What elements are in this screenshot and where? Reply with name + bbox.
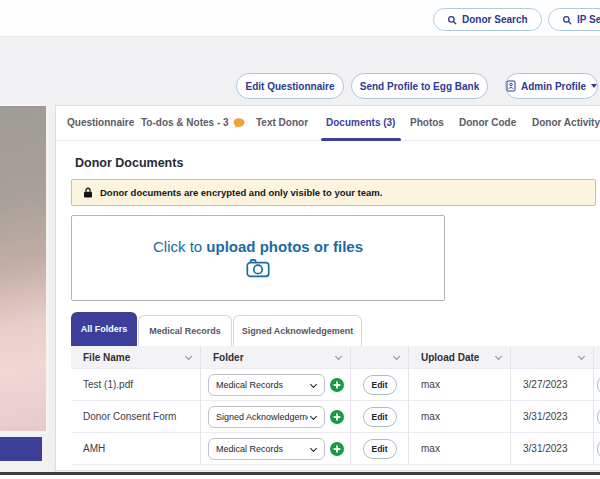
tab-label: Text Donor bbox=[256, 117, 308, 128]
upload-dropzone[interactable]: Click to upload photos or files bbox=[71, 215, 445, 301]
column-header-actions[interactable] bbox=[351, 346, 409, 369]
tab-questionnaire[interactable]: Questionnaire bbox=[67, 117, 134, 128]
folder-cell: Signed Acknowledgement bbox=[201, 401, 351, 433]
edit-button[interactable]: Edit bbox=[363, 439, 397, 459]
more-actions-cell bbox=[594, 433, 600, 465]
ip-search-label: IP Sea bbox=[577, 14, 600, 25]
lock-icon bbox=[83, 187, 93, 198]
window-bottom-strip bbox=[0, 475, 600, 479]
tab-label: To-dos & Notes - 3 bbox=[141, 117, 229, 128]
top-bar: Donor Search IP Sea bbox=[0, 0, 600, 37]
page-title: Donor Documents bbox=[75, 156, 183, 170]
chevron-down-icon bbox=[310, 444, 317, 451]
column-header-upload-date[interactable]: Upload Date bbox=[409, 346, 511, 369]
file-name-cell: AMH bbox=[71, 433, 201, 465]
tab-label: Donor Code bbox=[459, 117, 516, 128]
tab-label: Documents (3) bbox=[326, 117, 395, 128]
folder-select[interactable]: Signed Acknowledgement bbox=[208, 406, 325, 428]
documents-table: File Name Folder Upload Date Test (1).pd… bbox=[71, 346, 600, 465]
folder-cell: Medical Records bbox=[201, 433, 351, 465]
upload-date-cell: 3/31/2023 bbox=[511, 433, 594, 465]
upload-prompt: Click to upload photos or files bbox=[153, 238, 363, 255]
chevron-down-icon bbox=[495, 353, 502, 360]
send-profile-label: Send Profile to Egg Bank bbox=[360, 81, 479, 92]
file-name-cell: Donor Consent Form bbox=[71, 401, 201, 433]
upload-date-cell: 3/31/2023 bbox=[511, 401, 594, 433]
folder-tab-medical-records[interactable]: Medical Records bbox=[138, 315, 232, 346]
tab-text-donor[interactable]: Text Donor bbox=[256, 117, 308, 128]
table-row: Donor Consent Form Signed Acknowledgemen… bbox=[71, 401, 600, 433]
ip-search-button[interactable]: IP Sea bbox=[548, 8, 600, 31]
more-actions-cell bbox=[594, 401, 600, 433]
edit-cell: Edit bbox=[351, 369, 409, 401]
folder-tab-signed-acknowledgement[interactable]: Signed Acknowledgement bbox=[233, 315, 362, 346]
more-actions-cell bbox=[594, 369, 600, 401]
add-folder-button[interactable] bbox=[330, 442, 344, 456]
folder-select[interactable]: Medical Records bbox=[208, 374, 325, 396]
chevron-down-icon bbox=[578, 353, 585, 360]
column-header-folder[interactable]: Folder bbox=[201, 346, 351, 369]
column-header-label: Folder bbox=[213, 352, 244, 363]
chevron-down-icon bbox=[185, 353, 192, 360]
uploaded-by-cell: max bbox=[409, 433, 511, 465]
table-row: Test (1).pdf Medical Records Edit max 3/… bbox=[71, 369, 600, 401]
edit-questionnaire-label: Edit Questionnaire bbox=[246, 81, 335, 92]
column-header-extra[interactable] bbox=[511, 346, 594, 369]
edit-button[interactable]: Edit bbox=[363, 375, 397, 395]
column-header-label: File Name bbox=[83, 352, 130, 363]
search-icon bbox=[447, 15, 457, 25]
file-name-cell: Test (1).pdf bbox=[71, 369, 201, 401]
folder-tab-label: Signed Acknowledgement bbox=[242, 326, 354, 336]
tab-donor-code[interactable]: Donor Code bbox=[459, 117, 516, 128]
chat-bubble-icon bbox=[233, 118, 245, 128]
upload-date-cell: 3/27/2023 bbox=[511, 369, 594, 401]
tab-documents[interactable]: Documents (3) bbox=[326, 117, 395, 128]
edit-questionnaire-button[interactable]: Edit Questionnaire bbox=[236, 73, 344, 99]
folder-tab-label: All Folders bbox=[81, 324, 128, 334]
profile-card-icon bbox=[506, 80, 516, 92]
upload-date: 3/31/2023 bbox=[523, 443, 568, 454]
uploaded-by: max bbox=[421, 379, 440, 390]
uploaded-by-cell: max bbox=[409, 401, 511, 433]
edit-button[interactable]: Edit bbox=[363, 407, 397, 427]
active-tab-underline bbox=[321, 138, 401, 141]
folder-select-value: Medical Records bbox=[216, 444, 283, 454]
donor-detail-card: Questionnaire To-dos & Notes - 3 Text Do… bbox=[55, 105, 600, 471]
encryption-alert-banner: Donor documents are encrypted and only v… bbox=[71, 179, 596, 206]
donor-search-button[interactable]: Donor Search bbox=[433, 8, 542, 31]
edit-cell: Edit bbox=[351, 401, 409, 433]
photo-caption-bar bbox=[0, 437, 42, 461]
send-profile-to-egg-bank-button[interactable]: Send Profile to Egg Bank bbox=[351, 73, 488, 99]
column-header-label: Upload Date bbox=[421, 352, 479, 363]
column-header-more[interactable] bbox=[594, 346, 600, 369]
folder-cell: Medical Records bbox=[201, 369, 351, 401]
tab-donor-activity[interactable]: Donor Activity bbox=[532, 117, 600, 128]
upload-prompt-bold: upload photos or files bbox=[206, 238, 363, 255]
add-folder-button[interactable] bbox=[330, 378, 344, 392]
search-icon bbox=[562, 15, 572, 25]
folder-select-value: Medical Records bbox=[216, 380, 283, 390]
tab-photos[interactable]: Photos bbox=[410, 117, 444, 128]
chevron-down-icon bbox=[310, 412, 317, 419]
admin-profile-button[interactable]: Admin Profile bbox=[505, 73, 598, 99]
uploaded-by-cell: max bbox=[409, 369, 511, 401]
folder-tab-all-folders[interactable]: All Folders bbox=[71, 312, 137, 346]
tab-todos-notes[interactable]: To-dos & Notes - 3 bbox=[141, 117, 245, 128]
donor-photo[interactable] bbox=[0, 103, 49, 434]
upload-date: 3/27/2023 bbox=[523, 379, 568, 390]
column-header-file-name[interactable]: File Name bbox=[71, 346, 201, 369]
table-row: AMH Medical Records Edit max 3/31/2023 bbox=[71, 433, 600, 465]
edit-cell: Edit bbox=[351, 433, 409, 465]
chevron-down-icon bbox=[310, 380, 317, 387]
add-folder-button[interactable] bbox=[330, 410, 344, 424]
file-name: AMH bbox=[83, 443, 105, 454]
tab-label: Questionnaire bbox=[67, 117, 134, 128]
chevron-down-icon bbox=[393, 353, 400, 360]
folder-select[interactable]: Medical Records bbox=[208, 438, 325, 460]
table-header-row: File Name Folder Upload Date bbox=[71, 346, 600, 369]
file-name: Donor Consent Form bbox=[83, 411, 176, 422]
upload-prompt-regular: Click to bbox=[153, 238, 206, 255]
encryption-alert-text: Donor documents are encrypted and only v… bbox=[100, 187, 382, 198]
uploaded-by: max bbox=[421, 443, 440, 454]
donor-profile-screen: Donor Search IP Sea Edit Questionnaire S… bbox=[0, 0, 600, 479]
